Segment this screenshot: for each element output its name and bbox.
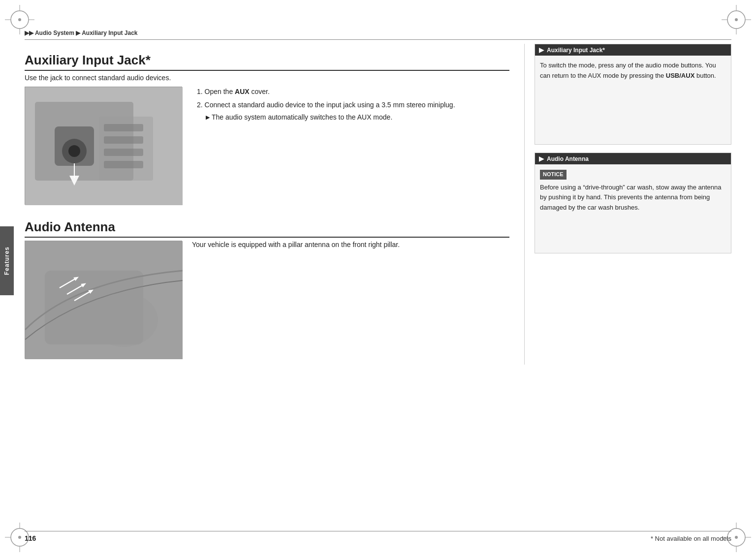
- svg-point-23: [735, 536, 738, 539]
- antenna-image: [25, 241, 182, 359]
- notice1-header: ▶ Auxiliary Input Jack*: [535, 44, 731, 56]
- substep-text: The audio system automatically switches …: [212, 113, 392, 121]
- notice1-marker: ▶: [539, 46, 544, 54]
- step2-text: Connect a standard audio device to the i…: [205, 101, 455, 109]
- step1-bold: AUX: [235, 88, 250, 95]
- footnote: * Not available on all models: [651, 535, 731, 542]
- step1-number: 1.: [197, 88, 203, 95]
- breadcrumb-part2: Auxiliary Input Jack: [82, 30, 137, 36]
- notice-label: NOTICE: [540, 170, 567, 180]
- section1-title: Auxiliary Input Jack*: [25, 53, 509, 71]
- main-content: ▶▶ Audio System ▶ Auxiliary Input Jack A…: [25, 0, 731, 365]
- antenna-text: Your vehicle is equipped with a pillar a…: [192, 241, 509, 248]
- corner-decoration-tr: [722, 5, 751, 34]
- section2-title: Audio Antenna: [25, 219, 509, 238]
- antenna-description: Your vehicle is equipped with a pillar a…: [192, 241, 509, 248]
- step1-text: Open the AUX cover.: [205, 88, 270, 95]
- notice1-bold: USB/AUX: [666, 72, 695, 79]
- notice1-body: To switch the mode, press any of the aud…: [535, 56, 731, 144]
- aux-jack-image: Cover: [25, 87, 182, 205]
- bottom-bar: 116 * Not available on all models: [25, 531, 731, 542]
- notice-box-antenna: ▶ Audio Antenna NOTICE Before using a “d…: [535, 153, 731, 253]
- section1-subtitle: Use the jack to connect standard audio d…: [25, 74, 509, 82]
- notice2-header: ▶ Audio Antenna: [535, 153, 731, 164]
- breadcrumb: ▶▶ Audio System ▶ Auxiliary Input Jack: [25, 30, 731, 40]
- step2-number: 2.: [197, 101, 203, 109]
- triangle-icon: ▶: [206, 114, 210, 121]
- notice2-body: NOTICE Before using a “drive-through” ca…: [535, 164, 731, 253]
- breadcrumb-part1: Audio System: [35, 30, 74, 36]
- notice2-text: Before using a “drive-through” car wash,…: [540, 183, 726, 213]
- sub-step: ▶ The audio system automatically switche…: [206, 113, 509, 121]
- page-number: 116: [25, 534, 36, 542]
- notice2-marker: ▶: [539, 155, 544, 162]
- svg-rect-33: [104, 136, 143, 144]
- aux-jack-steps: 1. Open the AUX cover. 2. Connect a stan…: [197, 87, 509, 121]
- step1: 1. Open the AUX cover.: [197, 87, 509, 97]
- side-tab-features: Features: [0, 226, 14, 295]
- notice1-text: To switch the mode, press any of the aud…: [540, 62, 716, 79]
- two-column-layout: Auxiliary Input Jack* Use the jack to co…: [25, 44, 731, 365]
- svg-point-17: [18, 536, 21, 539]
- svg-point-28: [68, 145, 80, 157]
- svg-rect-34: [104, 149, 143, 156]
- right-column: ▶ Auxiliary Input Jack* To switch the mo…: [525, 44, 731, 365]
- aux-jack-image-row: Cover: [25, 87, 509, 205]
- corner-decoration-tl: [5, 5, 34, 34]
- svg-point-5: [18, 18, 21, 21]
- notice-box-aux: ▶ Auxiliary Input Jack* To switch the mo…: [535, 44, 731, 145]
- breadcrumb-separator: ▶: [76, 30, 80, 36]
- svg-point-38: [89, 293, 158, 347]
- svg-point-11: [735, 18, 738, 21]
- notice2-title: Audio Antenna: [547, 155, 589, 162]
- step2: 2. Connect a standard audio device to th…: [197, 100, 509, 110]
- svg-rect-35: [104, 161, 143, 168]
- notice1-title: Auxiliary Input Jack*: [547, 47, 605, 54]
- left-column: Auxiliary Input Jack* Use the jack to co…: [25, 44, 525, 365]
- svg-rect-32: [104, 124, 143, 131]
- page: Features ▶▶ Audio System ▶ Auxiliary Inp…: [0, 0, 756, 557]
- antenna-image-row: Your vehicle is equipped with a pillar a…: [25, 241, 509, 359]
